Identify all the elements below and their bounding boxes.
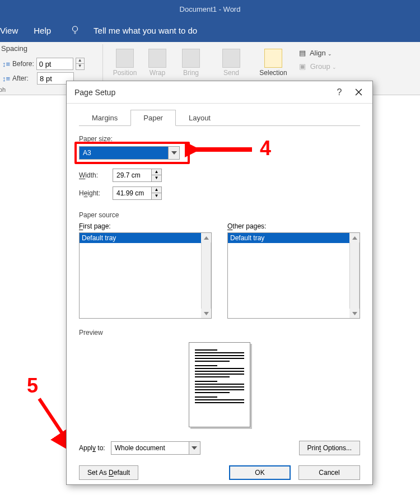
- list-item[interactable]: Default tray: [228, 233, 349, 243]
- preview-label: Preview: [79, 329, 360, 337]
- other-pages-label: Other pages:: [227, 222, 360, 230]
- group-button: ▣ Group ⌄: [299, 62, 337, 71]
- svg-point-0: [73, 26, 78, 31]
- ribbon-tabs: View Help Tell me what you want to do: [0, 18, 420, 42]
- print-options-button[interactable]: Print Options...: [299, 441, 360, 455]
- scroll-down-icon[interactable]: [201, 309, 211, 318]
- spinner-up-icon[interactable]: ▲: [152, 186, 162, 193]
- ok-button[interactable]: OK: [229, 465, 291, 480]
- tab-view[interactable]: View: [0, 26, 18, 35]
- bring-forward-button: Bring: [178, 49, 204, 77]
- dialog-title: Page Setup: [74, 88, 115, 97]
- other-pages-listbox[interactable]: Default tray: [227, 232, 360, 319]
- list-item[interactable]: Default tray: [80, 233, 201, 243]
- scroll-down-icon[interactable]: [349, 309, 360, 318]
- line-spacing-before-icon: ↕≡: [2, 60, 10, 68]
- chevron-down-icon[interactable]: [189, 442, 200, 454]
- spinner-up-icon[interactable]: ▲: [152, 169, 162, 175]
- bulb-icon: [67, 25, 83, 36]
- cancel-button[interactable]: Cancel: [298, 465, 360, 480]
- before-label: Before:: [12, 60, 34, 68]
- spinner-down-icon[interactable]: ▼: [152, 175, 162, 182]
- wrap-text-button: Wrap: [144, 49, 170, 77]
- scroll-up-icon[interactable]: [349, 233, 360, 242]
- first-page-label: First page:: [79, 222, 212, 230]
- close-icon: [355, 88, 362, 96]
- scroll-up-icon[interactable]: [201, 233, 211, 242]
- send-backward-icon: [222, 49, 240, 68]
- align-icon: ▤: [299, 49, 308, 57]
- tab-help[interactable]: Help: [34, 26, 51, 35]
- after-label: After:: [12, 74, 35, 82]
- paper-source-label: Paper source: [79, 211, 360, 219]
- annotation-box-4: [74, 142, 190, 164]
- apply-to-combobox[interactable]: Whole document: [111, 441, 200, 455]
- dialog-titlebar: Page Setup ?: [67, 81, 372, 104]
- spacing-before-input[interactable]: [36, 58, 73, 70]
- line-spacing-after-icon: ↕≡: [2, 74, 10, 83]
- set-as-default-button[interactable]: Set As Default: [79, 465, 138, 480]
- annotation-number-5: 5: [27, 374, 38, 398]
- paragraph-group: raph: [0, 86, 6, 93]
- apply-to-value: Whole document: [111, 442, 189, 454]
- preview-page: [189, 342, 250, 427]
- chevron-down-icon: ⌄: [332, 64, 337, 70]
- chevron-down-icon: ⌄: [328, 51, 332, 57]
- first-page-listbox[interactable]: Default tray: [79, 232, 212, 319]
- height-input[interactable]: ▲▼: [113, 186, 162, 200]
- annotation-arrow-4: [185, 141, 258, 158]
- wrap-text-icon: [148, 49, 166, 68]
- width-label: Width:: [79, 171, 107, 179]
- bring-forward-icon: [182, 49, 200, 68]
- position-icon: [116, 49, 134, 68]
- spinner-down-icon[interactable]: ▼: [152, 193, 162, 200]
- app-titlebar: Document1 - Word: [0, 0, 420, 18]
- app-title: Document1 - Word: [180, 5, 241, 13]
- annotation-number-4: 4: [260, 137, 271, 160]
- tab-paper[interactable]: Paper: [130, 110, 176, 126]
- dialog-tabstrip: Margins Paper Layout: [79, 109, 360, 126]
- align-button[interactable]: ▤ Align ⌄: [299, 49, 332, 57]
- selection-pane-button[interactable]: Selection: [256, 49, 290, 77]
- scrollbar[interactable]: [201, 233, 211, 318]
- position-button: Position: [111, 49, 139, 77]
- apply-to-label: Apply to:: [79, 444, 105, 452]
- height-label: Height:: [79, 189, 107, 197]
- dialog-close-button[interactable]: [349, 85, 368, 100]
- spacing-label: Spacing: [1, 44, 27, 53]
- selection-pane-icon: [264, 49, 282, 68]
- tab-layout[interactable]: Layout: [176, 110, 223, 126]
- dialog-help-button[interactable]: ?: [330, 85, 349, 100]
- scrollbar[interactable]: [349, 233, 360, 318]
- send-backward-button: Send: [218, 49, 244, 77]
- spacing-before-spinner[interactable]: ▲▼: [76, 58, 85, 70]
- width-input[interactable]: ▲▼: [113, 169, 162, 182]
- tab-margins[interactable]: Margins: [79, 110, 130, 126]
- tell-me-box[interactable]: Tell me what you want to do: [94, 26, 197, 35]
- group-icon: ▣: [299, 62, 308, 71]
